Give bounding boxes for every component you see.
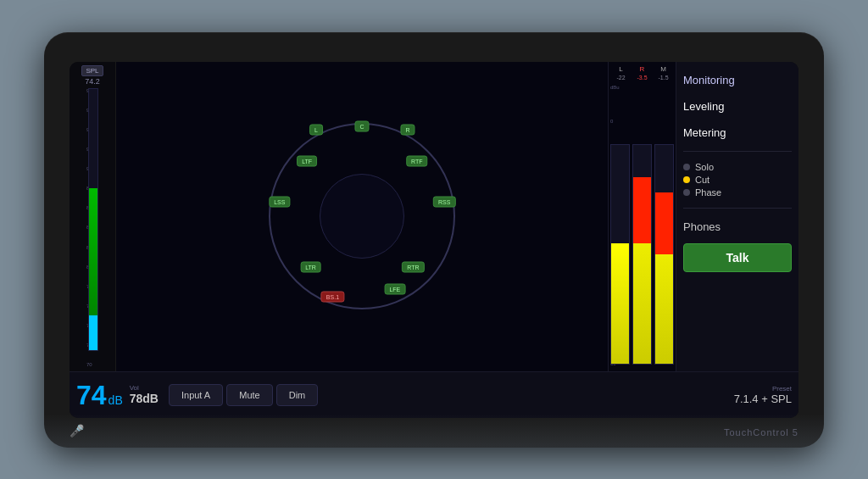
speaker-BS1[interactable]: BS.1 [321,292,344,303]
brand-text: TouchControl 5 [724,427,798,437]
vu-meter-M [654,144,674,365]
speaker-RTF[interactable]: RTF [406,156,427,167]
vol-section: Vol 78dB [130,384,159,405]
input-a-button[interactable]: Input A [169,384,223,406]
vu-value-M: -1.5 [653,75,674,81]
speaker-RSS[interactable]: RSS [433,196,455,207]
speaker-LFE[interactable]: LFE [384,284,405,295]
vu-label-R: R [632,65,653,73]
bottom-bar: 74 dB Vol 78dB Input A Mute Dim Preset 7… [70,371,798,418]
metering-button[interactable]: Metering [683,121,792,144]
speaker-RTR[interactable]: RTR [402,262,424,273]
vu-section: L R M -22 -3.5 -1.5 dBu 0 5 10 1 [608,62,676,371]
phase-label: Phase [695,187,721,198]
divider-2 [683,208,792,209]
bottom-buttons: Input A Mute Dim [169,384,727,406]
speaker-L[interactable]: L [309,125,323,136]
main-volume-unit: dB [108,393,123,407]
device-outer: SPL 74.2 98 96 94 92 90 88 86 84 82 80 7 [44,32,824,448]
vu-meter-R [632,144,652,365]
speaker-section: L C R LSS LTF RSS [116,62,608,371]
device-screen: SPL 74.2 98 96 94 92 90 88 86 84 82 80 7 [70,62,798,418]
speaker-LSS[interactable]: LSS [269,196,290,207]
vu-bar-R-red [633,177,651,242]
speaker-R[interactable]: R [400,125,415,136]
spl-section: SPL 74.2 98 96 94 92 90 88 86 84 82 80 7 [70,62,116,371]
phase-row[interactable]: Phase [683,187,792,198]
dim-button[interactable]: Dim [276,384,319,406]
monitoring-button[interactable]: Monitoring [683,69,792,92]
indicators: Solo Cut Phase [683,159,792,201]
preset-label: Preset [772,385,792,393]
right-panel: Monitoring Leveling Metering Solo Cut [676,62,798,371]
vu-value-R: -3.5 [632,75,653,81]
spl-bar-track [88,88,98,351]
spl-meter: 98 96 94 92 90 88 86 84 82 80 78 76 74 7… [85,88,100,368]
speaker-LTR[interactable]: LTR [300,262,321,273]
main-content: SPL 74.2 98 96 94 92 90 88 86 84 82 80 7 [70,62,798,371]
vu-value-L: -22 [610,75,632,81]
device-reflection [44,414,824,448]
mic-icon: 🎤 [70,424,84,437]
leveling-button[interactable]: Leveling [683,95,792,118]
spl-value: 74.2 [85,77,100,86]
vu-header: L R M [610,65,674,73]
main-volume-value: 74 [76,382,107,409]
preset-value: 7.1.4 + SPL [734,393,792,405]
phones-button[interactable]: Phones [683,215,792,238]
speaker-C[interactable]: C [354,121,369,132]
vu-label-M: M [653,65,674,73]
main-volume: 74 dB [76,382,123,409]
solo-label: Solo [695,162,714,172]
cut-dot [683,176,690,183]
mute-button[interactable]: Mute [226,384,272,406]
cut-label: Cut [695,175,709,185]
speaker-ring: L C R LSS LTF RSS [269,123,455,309]
vu-meter-L [610,144,630,365]
solo-dot [683,164,690,170]
vu-bar-M-red [655,192,673,253]
vu-values: -22 -3.5 -1.5 [610,75,674,81]
spl-label: SPL [81,65,103,76]
vol-label: Vol [130,384,139,392]
vu-label-L: L [610,65,632,73]
divider-1 [683,151,792,152]
cut-row[interactable]: Cut [683,175,792,185]
vu-bar-L-yellow [611,243,629,364]
vol-value: 78dB [130,392,159,405]
phase-dot [683,189,690,196]
vu-meters: dBu 0 5 10 15 20 30 40 60 [610,83,674,368]
speaker-LTF[interactable]: LTF [297,156,317,167]
solo-row[interactable]: Solo [683,162,792,172]
talk-button[interactable]: Talk [683,243,792,272]
spl-bar-cyan [89,315,97,349]
inner-circle [320,174,404,259]
preset-section: Preset 7.1.4 + SPL [734,385,792,405]
